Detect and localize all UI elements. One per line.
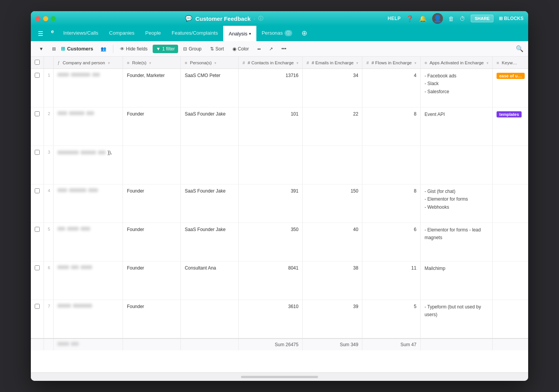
apps-cell: - Elementor for forms - lead magnets xyxy=(421,223,493,261)
logo[interactable]: e xyxy=(47,26,58,37)
table-row[interactable]: 5FounderSaaS Founder Jake350406- Element… xyxy=(31,223,528,261)
nav-item-features[interactable]: Features/Complaints xyxy=(166,26,223,41)
color-button[interactable]: ◉ Color xyxy=(229,45,253,53)
hash-flows-icon: # xyxy=(366,60,369,65)
header-emails[interactable]: # # Emails in Encharge ▾ xyxy=(303,57,362,69)
apps-cell: - Facebook ads - Slack - Salesforce xyxy=(421,69,493,107)
table-row[interactable]: 2FounderSaaS Founder Jake101228Event API… xyxy=(31,107,528,146)
analysis-caret: ▾ xyxy=(249,32,251,36)
blocks-button[interactable]: ⊞ BLOCKS xyxy=(499,16,524,21)
keyword-cell xyxy=(492,223,528,261)
sort-arrow-emails: ▾ xyxy=(356,61,358,65)
layout-button[interactable]: ▪▪ xyxy=(254,45,264,53)
export-button[interactable]: ↗ xyxy=(266,45,276,53)
avatar[interactable]: 👤 xyxy=(432,13,443,24)
contacts-cell: 391 xyxy=(239,184,303,223)
row-checkbox-cell xyxy=(31,223,44,261)
logo-text: e xyxy=(51,28,54,34)
sort-button[interactable]: ⇅ Sort xyxy=(207,45,227,53)
header-contacts[interactable]: # # Contacts in Encharge ▾ xyxy=(239,57,303,69)
company-cell[interactable] xyxy=(54,107,123,146)
hamburger-icon: ☰ xyxy=(38,30,43,37)
nav-item-analysis[interactable]: Analysis ▾ xyxy=(223,26,256,41)
sum-role xyxy=(123,338,181,350)
add-person-button[interactable]: 👥 xyxy=(97,45,110,53)
info-icon[interactable]: ⓘ xyxy=(258,15,263,22)
header-checkbox[interactable] xyxy=(31,57,44,69)
table-row[interactable]: 4FounderSaaS Founder Jake3911508- Gist (… xyxy=(31,184,528,223)
table-row[interactable]: 6FounderConsultant Ana80413811Mailchimp xyxy=(31,261,528,300)
table-view-button[interactable]: ⊞ xyxy=(49,45,59,53)
more-icon: ••• xyxy=(281,46,286,52)
sum-persona xyxy=(181,338,239,350)
company-cell[interactable] xyxy=(54,69,123,107)
row-checkbox[interactable] xyxy=(35,227,40,232)
company-cell[interactable] xyxy=(54,184,123,223)
more-button[interactable]: ••• xyxy=(278,45,290,53)
row-checkbox[interactable] xyxy=(35,73,40,78)
company-name xyxy=(57,261,119,269)
select-all-checkbox[interactable] xyxy=(35,60,40,65)
formula-icon: ƒ xyxy=(57,60,60,65)
sum-emails: Sum 349 xyxy=(303,338,362,350)
group-button[interactable]: ⊟ Group xyxy=(180,45,205,53)
share-button[interactable]: SHARE xyxy=(471,15,493,22)
delete-icon[interactable]: 🗑 xyxy=(448,15,454,22)
blurred-text xyxy=(57,73,69,77)
row-checkbox[interactable] xyxy=(35,265,40,270)
close-button[interactable] xyxy=(35,16,40,21)
company-cell[interactable] xyxy=(54,223,123,261)
apps-list: - Elementor for forms - lead magnets xyxy=(424,223,488,242)
company-cell[interactable] xyxy=(54,261,123,300)
view-toggle-button[interactable]: ▼ xyxy=(35,45,47,53)
blurred-text xyxy=(67,227,79,231)
header-persona[interactable]: ≡ Persona(s) ▾ xyxy=(181,57,239,69)
table-body: 1Founder, MarketerSaaS CMO Peter13716344… xyxy=(31,69,528,350)
blurred-text xyxy=(92,73,100,77)
emails-cell: 40 xyxy=(303,223,362,261)
title-dot: · xyxy=(254,16,255,22)
scrollbar-thumb[interactable] xyxy=(241,376,318,378)
apps-list: Event API xyxy=(424,107,488,118)
header-flows[interactable]: # # Flows in Encharge ▾ xyxy=(362,57,421,69)
header-role[interactable]: ≡ Role(s) ▾ xyxy=(123,57,181,69)
blurred-text xyxy=(57,265,69,269)
header-apps[interactable]: ≡ Apps Activated in Encharge ▾ xyxy=(421,57,493,69)
keyword-cell: ease of u… xyxy=(492,69,528,107)
table-row[interactable]: 1Founder, MarketerSaaS CMO Peter13716344… xyxy=(31,69,528,107)
toolbar-left: ▼ ⊞ ⊞ Customers 👥 👁 Hide fields ▼ 1 filt… xyxy=(35,45,515,53)
nav-item-companies[interactable]: Companies xyxy=(104,26,140,41)
row-checkbox-cell xyxy=(31,300,44,338)
help-icon[interactable]: ❓ xyxy=(406,15,414,22)
row-checkbox[interactable] xyxy=(35,304,40,309)
notification-icon[interactable]: 🔔 xyxy=(419,15,427,22)
minimize-button[interactable] xyxy=(43,16,48,21)
personas-badge: ⓘ xyxy=(285,30,292,36)
header-keywords[interactable]: ≡ Keyw… xyxy=(492,57,528,69)
apps-cell: Mailchimp xyxy=(421,261,493,300)
history-icon[interactable]: ⏱ xyxy=(460,15,465,22)
maximize-button[interactable] xyxy=(51,16,56,21)
nav-item-people[interactable]: People xyxy=(140,26,166,41)
table-row[interactable]: 7Founder3610395- Typeform (but not used … xyxy=(31,300,528,338)
nav-item-interviews[interactable]: Interviews/Calls xyxy=(58,26,104,41)
sort-arrow-persona: ▾ xyxy=(214,61,216,65)
nav-item-personas[interactable]: Personas ⓘ xyxy=(256,26,298,41)
search-button[interactable]: 🔍 xyxy=(516,45,524,52)
apps-cell xyxy=(421,146,493,184)
hide-fields-button[interactable]: 👁 Hide fields xyxy=(116,45,151,53)
table-container[interactable]: ƒ Company and person ▾ ≡ Role(s) ▾ ≡ Per… xyxy=(31,57,528,372)
company-name xyxy=(57,300,119,308)
company-cell[interactable] xyxy=(54,300,123,338)
row-checkbox[interactable] xyxy=(35,150,40,155)
header-company[interactable]: ƒ Company and person ▾ xyxy=(54,57,123,69)
company-cell[interactable]: }), xyxy=(54,146,123,184)
nav-toggle[interactable]: ☰ xyxy=(34,26,47,41)
emails-cell: 150 xyxy=(303,184,362,223)
row-checkbox[interactable] xyxy=(35,111,40,116)
nav-add-tab[interactable]: ⊕ xyxy=(298,26,311,41)
table-row[interactable]: 3}), xyxy=(31,146,528,184)
row-checkbox[interactable] xyxy=(35,188,40,193)
help-label[interactable]: HELP xyxy=(387,16,401,21)
filter-button[interactable]: ▼ 1 filter xyxy=(153,45,178,53)
